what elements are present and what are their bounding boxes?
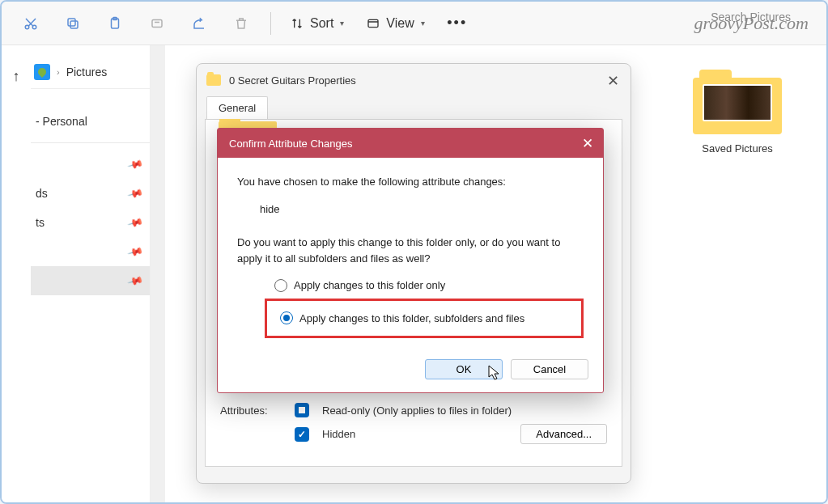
folder-item-saved-pictures[interactable]: Saved Pictures <box>681 70 794 155</box>
radio-label: Apply changes to this folder only <box>294 277 445 294</box>
delete-button[interactable] <box>222 7 261 40</box>
scrollbar[interactable] <box>151 45 165 502</box>
paste-button[interactable] <box>96 7 134 40</box>
properties-title: 0 Secret Guitars Properties <box>229 74 356 87</box>
confirm-intro: You have chosen to make the following at… <box>237 174 584 190</box>
more-button[interactable]: ••• <box>438 7 477 40</box>
readonly-checkbox[interactable] <box>295 403 309 417</box>
sidebar-item[interactable]: ts 📌 <box>31 208 150 237</box>
cancel-button[interactable]: Cancel <box>511 359 588 379</box>
sidebar-list: - Personal 📌 ds 📌 ts 📌 📌 📌 <box>31 107 150 295</box>
folder-label: Saved Pictures <box>681 142 794 155</box>
highlight-box: Apply changes to this folder, subfolders… <box>265 299 584 339</box>
svg-rect-3 <box>68 19 75 26</box>
attributes-row: Hidden Advanced... <box>206 421 622 447</box>
readonly-label: Read-only (Only applies to files in fold… <box>322 404 512 417</box>
sidebar-divider <box>31 142 150 143</box>
toolbar: Sort ▾ View ▾ ••• groovyPost.com <box>2 2 826 45</box>
properties-tabs: General <box>197 96 631 119</box>
close-button[interactable]: ✕ <box>607 72 619 90</box>
share-button[interactable] <box>180 7 219 40</box>
sidebar-item-label: ts <box>36 216 45 229</box>
sidebar-item[interactable]: ds 📌 <box>31 179 150 208</box>
confirm-titlebar[interactable]: Confirm Attribute Changes ✕ <box>218 129 603 158</box>
search-placeholder[interactable]: Search Pictures <box>711 11 791 23</box>
advanced-button[interactable]: Advanced... <box>520 424 607 444</box>
folder-icon <box>693 70 782 134</box>
svg-rect-7 <box>368 19 378 27</box>
tab-general[interactable]: General <box>206 96 268 119</box>
confirm-question: Do you want to apply this change to this… <box>237 235 584 266</box>
chevron-down-icon: ▾ <box>340 19 344 28</box>
pin-icon: 📌 <box>126 273 143 290</box>
sidebar-item[interactable]: 📌 <box>31 266 150 295</box>
hidden-label: Hidden <box>322 428 355 440</box>
sidebar-item[interactable]: - Personal <box>31 107 150 136</box>
close-button[interactable]: ✕ <box>582 135 593 152</box>
svg-point-0 <box>25 25 29 29</box>
attributes-label: Attributes: <box>220 404 282 417</box>
radio-icon <box>274 279 287 292</box>
view-label: View <box>386 16 414 31</box>
sidebar-item-label: - Personal <box>36 115 87 128</box>
pin-icon: 📌 <box>126 214 143 231</box>
copy-button[interactable] <box>53 7 92 40</box>
rename-button[interactable] <box>138 7 176 40</box>
breadcrumb[interactable]: › Pictures <box>31 55 150 89</box>
radio-all[interactable]: Apply changes to this folder, subfolders… <box>280 311 578 327</box>
sort-button[interactable]: Sort ▾ <box>281 11 354 36</box>
sidebar-item[interactable]: 📌 <box>31 237 150 266</box>
radio-folder-only[interactable]: Apply changes to this folder only <box>274 277 584 294</box>
hidden-checkbox[interactable] <box>295 427 309 442</box>
properties-titlebar[interactable]: 0 Secret Guitars Properties ✕ <box>197 64 631 96</box>
sort-label: Sort <box>310 16 333 31</box>
pin-icon: 📌 <box>126 244 143 260</box>
sidebar-item-label: ds <box>36 187 48 200</box>
nav-column: ↑ <box>2 45 31 502</box>
sidebar-item[interactable]: 📌 <box>31 150 150 179</box>
chevron-down-icon: ▾ <box>421 19 425 28</box>
pin-icon: 📌 <box>126 156 143 173</box>
svg-rect-6 <box>152 19 162 27</box>
folder-icon <box>206 74 221 86</box>
radio-icon <box>280 311 293 324</box>
ok-button[interactable]: OK <box>425 359 503 379</box>
cut-button[interactable] <box>11 7 50 40</box>
attributes-row: Attributes: Read-only (Only applies to f… <box>206 400 622 421</box>
radio-label: Apply changes to this folder, subfolders… <box>299 311 524 327</box>
pictures-icon <box>34 64 50 80</box>
confirm-buttons: OK Cancel <box>218 351 603 392</box>
toolbar-separator <box>270 12 271 35</box>
svg-rect-2 <box>70 21 78 28</box>
up-arrow-button[interactable]: ↑ <box>13 68 20 85</box>
view-button[interactable]: View ▾ <box>357 11 434 36</box>
confirm-title-text: Confirm Attribute Changes <box>229 138 352 150</box>
pin-icon: 📌 <box>126 185 143 202</box>
confirm-dialog: Confirm Attribute Changes ✕ You have cho… <box>217 128 604 393</box>
svg-point-1 <box>32 25 36 29</box>
sidebar: › Pictures - Personal 📌 ds 📌 ts 📌 📌 <box>31 45 151 502</box>
chevron-right-icon: › <box>57 67 60 77</box>
confirm-change: hide <box>237 201 584 218</box>
breadcrumb-current: Pictures <box>66 66 108 78</box>
confirm-body: You have chosen to make the following at… <box>218 158 603 351</box>
